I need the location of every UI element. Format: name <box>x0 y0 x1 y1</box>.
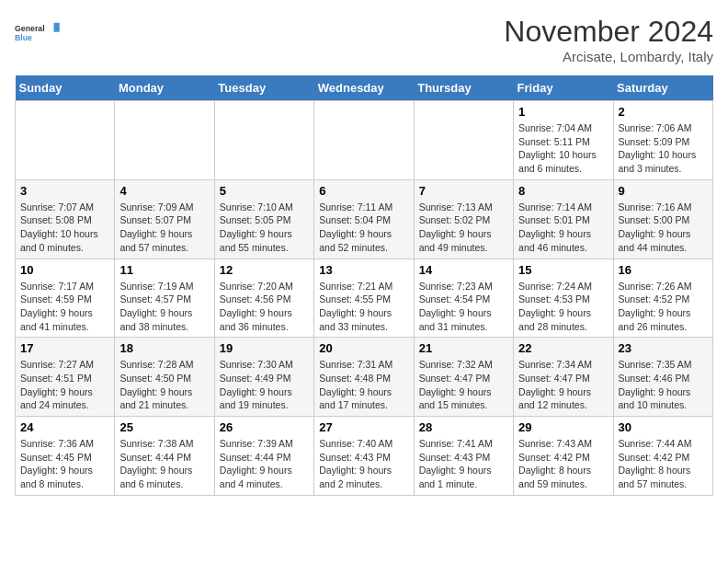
day-info: Sunrise: 7:31 AM Sunset: 4:48 PM Dayligh… <box>319 358 408 412</box>
day-number: 29 <box>518 420 608 434</box>
calendar-cell: 16Sunrise: 7:26 AM Sunset: 4:52 PM Dayli… <box>613 259 712 338</box>
weekday-header-saturday: Saturday <box>613 75 712 101</box>
calendar-cell: 19Sunrise: 7:30 AM Sunset: 4:49 PM Dayli… <box>214 338 313 417</box>
calendar-cell: 10Sunrise: 7:17 AM Sunset: 4:59 PM Dayli… <box>16 259 115 338</box>
calendar-cell: 17Sunrise: 7:27 AM Sunset: 4:51 PM Dayli… <box>16 338 115 417</box>
day-info: Sunrise: 7:24 AM Sunset: 4:53 PM Dayligh… <box>518 280 608 334</box>
day-info: Sunrise: 7:13 AM Sunset: 5:02 PM Dayligh… <box>419 201 508 255</box>
day-info: Sunrise: 7:14 AM Sunset: 5:01 PM Dayligh… <box>518 201 608 255</box>
day-number: 26 <box>220 420 309 434</box>
calendar-cell: 4Sunrise: 7:09 AM Sunset: 5:07 PM Daylig… <box>115 179 214 259</box>
calendar-cell: 8Sunrise: 7:14 AM Sunset: 5:01 PM Daylig… <box>514 179 613 259</box>
day-info: Sunrise: 7:06 AM Sunset: 5:09 PM Dayligh… <box>619 121 708 176</box>
calendar-cell: 23Sunrise: 7:35 AM Sunset: 4:46 PM Dayli… <box>613 338 712 417</box>
calendar-cell: 11Sunrise: 7:19 AM Sunset: 4:57 PM Dayli… <box>115 259 214 338</box>
calendar-cell: 26Sunrise: 7:39 AM Sunset: 4:44 PM Dayli… <box>214 417 313 496</box>
day-number: 11 <box>119 263 209 277</box>
calendar-cell: 9Sunrise: 7:16 AM Sunset: 5:00 PM Daylig… <box>613 179 712 259</box>
weekday-header-sunday: Sunday <box>16 75 115 101</box>
day-info: Sunrise: 7:44 AM Sunset: 4:42 PM Dayligh… <box>619 437 708 491</box>
calendar-cell: 18Sunrise: 7:28 AM Sunset: 4:50 PM Dayli… <box>115 338 214 417</box>
day-number: 21 <box>419 341 508 355</box>
day-number: 27 <box>319 420 408 434</box>
day-number: 2 <box>619 105 708 119</box>
day-info: Sunrise: 7:26 AM Sunset: 4:52 PM Dayligh… <box>619 280 708 334</box>
day-info: Sunrise: 7:39 AM Sunset: 4:44 PM Dayligh… <box>220 437 309 491</box>
day-number: 3 <box>20 184 109 198</box>
calendar-cell: 6Sunrise: 7:11 AM Sunset: 5:04 PM Daylig… <box>314 179 414 259</box>
day-number: 8 <box>518 184 608 198</box>
calendar-cell: 1Sunrise: 7:04 AM Sunset: 5:11 PM Daylig… <box>514 101 613 180</box>
calendar-cell: 3Sunrise: 7:07 AM Sunset: 5:08 PM Daylig… <box>16 179 115 259</box>
calendar-cell: 22Sunrise: 7:34 AM Sunset: 4:47 PM Dayli… <box>514 338 613 417</box>
day-info: Sunrise: 7:35 AM Sunset: 4:46 PM Dayligh… <box>619 358 708 412</box>
day-number: 23 <box>619 341 708 355</box>
day-number: 17 <box>20 341 109 355</box>
day-info: Sunrise: 7:30 AM Sunset: 4:49 PM Dayligh… <box>220 358 309 412</box>
weekday-header-thursday: Thursday <box>414 75 513 101</box>
weekday-header-friday: Friday <box>514 75 613 101</box>
day-info: Sunrise: 7:34 AM Sunset: 4:47 PM Dayligh… <box>518 358 608 412</box>
day-number: 5 <box>220 184 309 198</box>
day-number: 9 <box>619 184 708 198</box>
day-info: Sunrise: 7:41 AM Sunset: 4:43 PM Dayligh… <box>419 437 508 491</box>
day-number: 18 <box>119 341 209 355</box>
day-number: 19 <box>220 341 309 355</box>
day-info: Sunrise: 7:27 AM Sunset: 4:51 PM Dayligh… <box>20 358 109 412</box>
day-number: 15 <box>518 263 608 277</box>
calendar-cell: 28Sunrise: 7:41 AM Sunset: 4:43 PM Dayli… <box>414 417 513 496</box>
calendar-cell: 7Sunrise: 7:13 AM Sunset: 5:02 PM Daylig… <box>414 179 513 259</box>
weekday-header-monday: Monday <box>115 75 214 101</box>
day-number: 1 <box>518 105 608 119</box>
calendar-cell: 14Sunrise: 7:23 AM Sunset: 4:54 PM Dayli… <box>414 259 513 338</box>
logo-svg: General Blue <box>15 15 61 52</box>
day-number: 12 <box>220 263 309 277</box>
day-number: 7 <box>419 184 508 198</box>
week-row-4: 24Sunrise: 7:36 AM Sunset: 4:45 PM Dayli… <box>16 417 713 496</box>
day-number: 14 <box>419 263 508 277</box>
week-row-1: 3Sunrise: 7:07 AM Sunset: 5:08 PM Daylig… <box>16 179 713 259</box>
day-number: 4 <box>119 184 209 198</box>
calendar-cell: 27Sunrise: 7:40 AM Sunset: 4:43 PM Dayli… <box>314 417 414 496</box>
calendar-cell <box>414 101 513 180</box>
day-number: 28 <box>419 420 508 434</box>
day-number: 13 <box>319 263 408 277</box>
weekday-header-tuesday: Tuesday <box>214 75 313 101</box>
day-number: 22 <box>518 341 608 355</box>
day-info: Sunrise: 7:07 AM Sunset: 5:08 PM Dayligh… <box>20 201 109 255</box>
calendar-cell: 13Sunrise: 7:21 AM Sunset: 4:55 PM Dayli… <box>314 259 414 338</box>
calendar-table: SundayMondayTuesdayWednesdayThursdayFrid… <box>15 75 713 496</box>
month-title: November 2024 <box>504 15 713 49</box>
week-row-2: 10Sunrise: 7:17 AM Sunset: 4:59 PM Dayli… <box>16 259 713 338</box>
day-number: 30 <box>619 420 708 434</box>
svg-text:General: General <box>15 24 45 33</box>
calendar-cell <box>115 101 214 180</box>
week-row-0: 1Sunrise: 7:04 AM Sunset: 5:11 PM Daylig… <box>16 101 713 180</box>
calendar-cell: 30Sunrise: 7:44 AM Sunset: 4:42 PM Dayli… <box>613 417 712 496</box>
day-info: Sunrise: 7:19 AM Sunset: 4:57 PM Dayligh… <box>119 280 209 334</box>
logo: General Blue <box>15 15 61 52</box>
weekday-header-row: SundayMondayTuesdayWednesdayThursdayFrid… <box>16 75 713 101</box>
calendar-cell: 20Sunrise: 7:31 AM Sunset: 4:48 PM Dayli… <box>314 338 414 417</box>
day-info: Sunrise: 7:23 AM Sunset: 4:54 PM Dayligh… <box>419 280 508 334</box>
calendar-cell: 21Sunrise: 7:32 AM Sunset: 4:47 PM Dayli… <box>414 338 513 417</box>
day-info: Sunrise: 7:10 AM Sunset: 5:05 PM Dayligh… <box>220 201 309 255</box>
calendar-cell: 24Sunrise: 7:36 AM Sunset: 4:45 PM Dayli… <box>16 417 115 496</box>
location: Arcisate, Lombardy, Italy <box>504 49 713 64</box>
day-info: Sunrise: 7:16 AM Sunset: 5:00 PM Dayligh… <box>619 201 708 255</box>
calendar-cell <box>16 101 115 180</box>
day-info: Sunrise: 7:32 AM Sunset: 4:47 PM Dayligh… <box>419 358 508 412</box>
day-number: 6 <box>319 184 408 198</box>
calendar-cell <box>214 101 313 180</box>
svg-text:Blue: Blue <box>15 33 32 42</box>
calendar-cell: 12Sunrise: 7:20 AM Sunset: 4:56 PM Dayli… <box>214 259 313 338</box>
day-info: Sunrise: 7:11 AM Sunset: 5:04 PM Dayligh… <box>319 201 408 255</box>
calendar-cell: 5Sunrise: 7:10 AM Sunset: 5:05 PM Daylig… <box>214 179 313 259</box>
weekday-header-wednesday: Wednesday <box>314 75 414 101</box>
day-info: Sunrise: 7:09 AM Sunset: 5:07 PM Dayligh… <box>119 201 209 255</box>
day-info: Sunrise: 7:04 AM Sunset: 5:11 PM Dayligh… <box>518 121 608 176</box>
calendar-cell: 29Sunrise: 7:43 AM Sunset: 4:42 PM Dayli… <box>514 417 613 496</box>
day-info: Sunrise: 7:40 AM Sunset: 4:43 PM Dayligh… <box>319 437 408 491</box>
title-block: November 2024 Arcisate, Lombardy, Italy <box>504 15 713 64</box>
page-header: General Blue November 2024 Arcisate, Lom… <box>15 15 713 64</box>
